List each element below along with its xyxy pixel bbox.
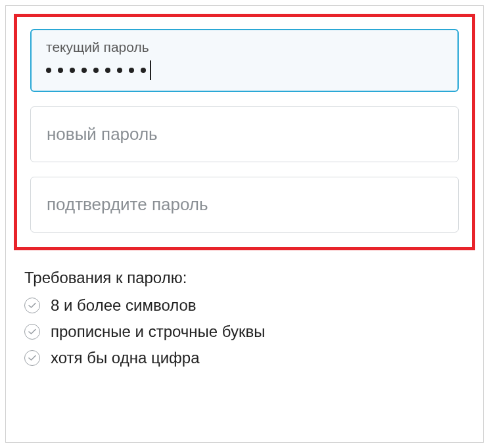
new-password-placeholder: новый пароль (47, 124, 442, 145)
requirement-text: хотя бы одна цифра (51, 349, 200, 367)
password-dot (70, 68, 75, 73)
check-circle-icon (24, 324, 40, 340)
password-dot (46, 68, 51, 73)
password-dot (105, 68, 110, 73)
password-requirements: Требования к паролю: 8 и более символов … (6, 258, 483, 382)
new-password-field[interactable]: новый пароль (30, 106, 459, 162)
current-password-field[interactable]: текущий пароль (30, 29, 459, 92)
requirements-title: Требования к паролю: (24, 269, 465, 287)
password-change-form: текущий пароль новый пароль подтвердите … (5, 5, 484, 443)
password-dot (129, 68, 134, 73)
requirement-text: 8 и более символов (51, 296, 197, 315)
check-circle-icon (24, 298, 40, 313)
requirement-item: хотя бы одна цифра (24, 349, 465, 367)
fields-highlight-frame: текущий пароль новый пароль подтвердите … (14, 14, 475, 250)
check-circle-icon (24, 350, 40, 366)
confirm-password-field[interactable]: подтвердите пароль (30, 177, 459, 233)
requirement-text: прописные и строчные буквы (51, 323, 266, 341)
confirm-password-placeholder: подтвердите пароль (47, 194, 442, 215)
current-password-value (46, 60, 443, 80)
current-password-label: текущий пароль (46, 39, 443, 55)
text-caret (150, 60, 151, 80)
password-dot (117, 68, 122, 73)
password-dot (141, 68, 146, 73)
password-dot (93, 68, 99, 73)
requirement-item: 8 и более символов (24, 296, 465, 315)
password-dot (82, 68, 87, 73)
password-dot (58, 68, 63, 73)
requirement-item: прописные и строчные буквы (24, 323, 465, 341)
